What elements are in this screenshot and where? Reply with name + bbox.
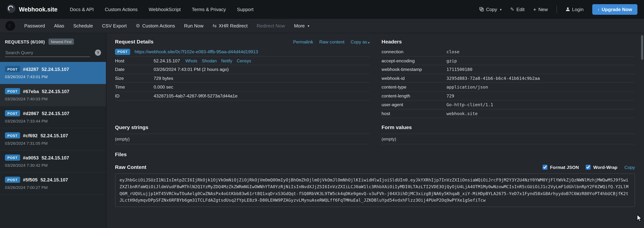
webhook-site-app: Webhook.site Docs & API Custom Actions W…: [0, 0, 644, 228]
permalink-link[interactable]: Permalink: [293, 39, 313, 44]
header-name: content-length: [382, 93, 446, 98]
copy-icon: [480, 7, 484, 12]
request-date: 03/26/2024 7:31:05 PM: [5, 141, 101, 145]
plus-icon: +: [533, 6, 536, 12]
request-list-item[interactable]: POST #5f505 52.24.15.107 03/26/2024 7:00…: [0, 173, 106, 195]
detail-row-time: Time 0.000 sec: [115, 83, 370, 92]
request-list-item[interactable]: POST #67eba 52.24.15.107 03/26/2024 7:40…: [0, 84, 106, 106]
request-date: 03/26/2024 7:43:01 PM: [5, 75, 101, 79]
raw-content-body[interactable]: eyJhbGciOiJSUzI1NiIsImtpZCI6IjRkOjk1OjVk…: [115, 173, 635, 207]
request-date: 03/26/2024 7:40:03 PM: [5, 97, 101, 101]
navbar-divider: [556, 6, 557, 13]
shodan-link[interactable]: Shodan: [202, 58, 217, 63]
header-value: webhook.site: [446, 111, 478, 116]
toolbar-alias-button[interactable]: Alias: [54, 23, 64, 28]
request-list-item[interactable]: POST #cf692 52.24.15.107 03/26/2024 7:31…: [0, 128, 106, 150]
scrollbar-thumb[interactable]: [641, 35, 643, 60]
request-ip: 52.24.15.107: [42, 67, 69, 71]
request-id: #5f505: [23, 177, 38, 182]
raw-content-link[interactable]: Raw content: [319, 39, 344, 44]
edit-label: Edit: [516, 7, 525, 12]
custom-actions-label: Custom Actions: [142, 23, 175, 28]
requests-sidebar: REQUESTS (6/100) Newest First ? POST #43…: [0, 33, 106, 228]
format-json-toggle[interactable]: Format JSON: [543, 165, 579, 170]
header-name: host: [382, 111, 446, 116]
detail-row-host: Host 52.24.15.107 Whois Shodan Netify Ce…: [115, 56, 370, 65]
header-row: webhook-id 3295d883-72a8-41b6-b6c4-41b61…: [382, 74, 634, 83]
nav-link-custom-actions[interactable]: Custom Actions: [105, 7, 138, 12]
request-list-item[interactable]: POST #43287 52.24.15.107 03/26/2024 7:43…: [0, 62, 106, 84]
header-name: webhook-id: [382, 76, 446, 81]
copy-as-menu[interactable]: Copy as▾: [350, 39, 370, 44]
header-value: Go-http-client/1.1: [446, 102, 493, 107]
toolbar-more-menu[interactable]: More ▾: [294, 23, 309, 28]
word-wrap-label: Word-Wrap: [593, 165, 618, 170]
chevron-down-icon: ▾: [368, 41, 370, 44]
nav-link-terms-privacy[interactable]: Terms & Privacy: [192, 7, 226, 12]
brand-home-link[interactable]: Webhook.site: [6, 4, 58, 15]
request-ip: 52.24.15.107: [40, 177, 68, 182]
edit-button[interactable]: ✎ Edit: [510, 6, 525, 12]
header-name: accept-encoding: [382, 58, 446, 63]
toolbar-csv-export-button[interactable]: CSV Export: [102, 23, 127, 28]
search-query-input[interactable]: [5, 48, 90, 57]
headers-title: Headers: [382, 39, 402, 45]
toolbar-redirect-now-button[interactable]: Redirect Now: [256, 23, 285, 28]
login-button[interactable]: Login: [566, 7, 584, 12]
header-row: accept-encoding gzip: [382, 56, 634, 65]
whois-link[interactable]: Whois: [185, 58, 197, 63]
header-value: 1711500180: [446, 67, 472, 72]
method-badge: POST: [5, 155, 20, 161]
nav-link-docs-api[interactable]: Docs & API: [70, 7, 94, 12]
query-strings-empty: (empty): [115, 134, 370, 144]
xhr-redirect-label: XHR Redirect: [219, 23, 248, 28]
request-ip: 52.24.15.107: [42, 111, 69, 116]
request-date: 03/26/2024 7:33:44 PM: [5, 119, 101, 123]
sort-order-badge[interactable]: Newest First: [48, 39, 74, 45]
detail-row-size: Size 729 bytes: [115, 74, 370, 83]
redirect-now-label: Redirect Now: [256, 23, 285, 28]
copy-menu-button[interactable]: Copy ▾: [480, 7, 502, 12]
request-list-item[interactable]: POST #d2867 52.24.15.107 03/26/2024 7:33…: [0, 106, 106, 128]
request-list-item[interactable]: POST #a9053 52.24.15.107 03/26/2024 7:30…: [0, 150, 106, 173]
help-icon[interactable]: ?: [95, 50, 101, 56]
header-row: user-agent Go-http-client/1.1: [382, 100, 634, 109]
form-values-section: Form values (empty): [382, 118, 634, 144]
toolbar-xhr-redirect-button[interactable]: ⇆ XHR Redirect: [212, 23, 248, 29]
word-wrap-toggle[interactable]: Word-Wrap: [586, 165, 618, 170]
detail-row-url: POST https://webhook.site/0c7f102e-e083-…: [115, 47, 370, 56]
nav-link-webhookscript[interactable]: WebhookScript: [149, 7, 180, 12]
time-label: Time: [115, 85, 154, 90]
sidebar-header: REQUESTS (6/100) Newest First ?: [0, 33, 106, 62]
password-label: Password: [24, 23, 45, 28]
new-button[interactable]: + New: [533, 6, 548, 12]
theme-toggle-button[interactable]: ☾: [5, 21, 15, 31]
request-details-title: Request Details: [115, 39, 154, 45]
request-id: #43287: [23, 67, 39, 71]
request-id: #d2867: [23, 111, 39, 116]
copy-raw-content-link[interactable]: Copy: [624, 165, 635, 170]
toolbar-password-button[interactable]: Password: [24, 23, 45, 28]
page-body: REQUESTS (6/100) Newest First ? POST #43…: [0, 33, 644, 228]
netify-link[interactable]: Netify: [221, 58, 232, 63]
nav-link-support[interactable]: Support: [237, 7, 254, 12]
format-json-label: Format JSON: [550, 165, 579, 170]
request-date: 03/26/2024 7:00:27 PM: [5, 185, 101, 190]
form-values-title: Form values: [382, 124, 412, 130]
request-url-link[interactable]: https://webhook.site/0c7f102e-e083-4ffb-…: [135, 49, 258, 54]
chevron-down-icon: ▾: [500, 8, 502, 11]
toolbar-run-now-button[interactable]: Run Now: [184, 23, 204, 28]
upgrade-now-button[interactable]: ↑ Upgrade Now: [592, 4, 638, 15]
header-row: content-type application/json: [382, 83, 634, 92]
navbar-actions: Copy ▾ ✎ Edit + New Login ↑: [480, 4, 638, 15]
censys-link[interactable]: Censys: [237, 58, 251, 63]
header-value: application/json: [446, 85, 488, 90]
request-id: #a9053: [23, 155, 39, 160]
header-value: 3295d883-72a8-41b6-b6c4-41b614c9b2aa: [446, 76, 540, 81]
header-name: content-type: [382, 85, 446, 90]
date-label: Date: [115, 67, 154, 72]
format-json-checkbox[interactable]: [543, 165, 548, 170]
word-wrap-checkbox[interactable]: [586, 165, 591, 170]
toolbar-custom-actions-button[interactable]: ⚙ Custom Actions: [136, 23, 175, 29]
toolbar-schedule-button[interactable]: Schedule: [73, 23, 93, 28]
